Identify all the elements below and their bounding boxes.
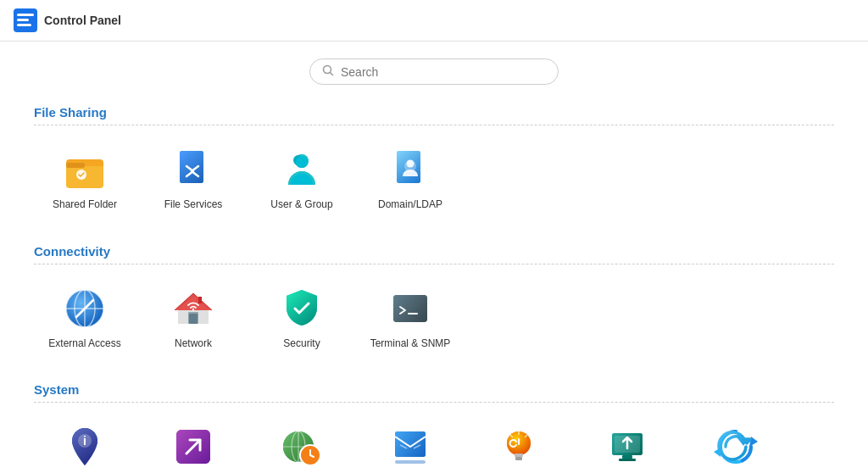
svg-point-19 [407,160,415,168]
header: Control Panel [0,0,868,42]
terminal-snmp-label: Terminal & SNMP [370,337,451,351]
svg-rect-50 [395,460,426,464]
svg-rect-3 [17,24,31,26]
item-user-group[interactable]: User & Group [251,139,353,220]
item-security[interactable]: Security [251,278,353,359]
update-restore-icon [714,425,758,469]
item-domain-ldap[interactable]: Domain/LDAP [359,139,461,220]
svg-rect-29 [189,314,198,324]
svg-rect-56 [515,454,523,457]
svg-rect-8 [66,163,85,168]
items-grid-file-sharing: Shared Folder File Services User & Group [34,139,834,220]
item-file-services[interactable]: File Services [142,139,244,220]
notification-icon [388,425,432,469]
section-file-sharing: File Sharing Shared Folder File Services [34,105,834,220]
sections-container: File Sharing Shared Folder File Services [34,105,834,473]
external-devices-icon [605,425,649,469]
domain-ldap-label: Domain/LDAP [378,198,442,212]
svg-point-15 [296,156,308,168]
app-logo-icon [14,8,37,32]
item-notification[interactable]: Notification [359,416,461,473]
file-services-icon [171,147,215,192]
info-center-icon: i [63,425,107,469]
item-external-devices[interactable]: External Devices [576,416,678,473]
user-group-icon [280,147,324,192]
svg-rect-63 [619,459,636,461]
search-input[interactable] [341,65,546,79]
section-divider-system [34,402,834,403]
item-hardware-power[interactable]: Hardware & Power [468,416,570,473]
security-icon [280,287,324,331]
search-container [34,58,834,85]
svg-rect-11 [180,151,203,183]
items-grid-connectivity: External Access Network Security [34,278,834,359]
items-grid-system: i Info Center Login Portal [34,416,834,473]
domain-ldap-icon [388,147,432,192]
svg-rect-57 [515,457,522,460]
security-label: Security [283,337,320,351]
hardware-power-icon [497,425,541,469]
svg-rect-2 [17,19,29,21]
item-external-access[interactable]: External Access [34,278,136,359]
header-title: Control Panel [44,14,121,27]
search-icon [322,64,334,79]
shared-folder-icon [63,147,107,192]
svg-rect-28 [198,297,202,303]
shared-folder-label: Shared Folder [53,198,117,212]
item-regional-options[interactable]: Regional Options [251,416,353,473]
section-title-system: System [34,382,834,397]
section-divider-connectivity [34,264,834,264]
svg-text:i: i [83,434,86,448]
header-logo: Control Panel [14,8,121,32]
section-connectivity: Connectivity External Access [34,244,834,359]
external-access-icon [63,287,107,331]
svg-rect-1 [17,14,34,16]
section-system: System i Info Center Login Portal [34,382,834,473]
section-title-connectivity: Connectivity [34,244,834,259]
search-box [309,58,559,85]
file-services-label: File Services [164,198,223,212]
item-shared-folder[interactable]: Shared Folder [34,139,136,220]
item-info-center[interactable]: i Info Center [34,416,136,473]
svg-point-30 [192,308,194,309]
network-icon [171,287,215,331]
svg-rect-62 [622,455,632,459]
login-portal-icon [171,425,215,469]
network-label: Network [175,337,212,351]
regional-options-icon [280,425,324,469]
main-content: File Sharing Shared Folder File Services [0,42,868,473]
svg-rect-32 [393,295,427,322]
item-login-portal[interactable]: Login Portal [142,416,244,473]
item-update-restore[interactable]: Update & Restore [685,416,787,473]
svg-line-5 [331,73,333,75]
terminal-snmp-icon [388,287,432,331]
user-group-label: User & Group [270,198,332,212]
section-divider-file-sharing [34,125,834,125]
item-network[interactable]: Network [142,278,244,359]
svg-rect-47 [395,431,426,457]
external-access-label: External Access [48,337,120,351]
item-terminal-snmp[interactable]: Terminal & SNMP [359,278,461,359]
section-title-file-sharing: File Sharing [34,105,834,120]
